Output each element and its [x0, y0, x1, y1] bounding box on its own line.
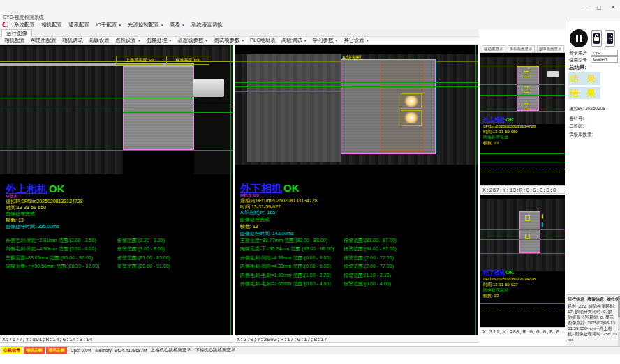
toolbar-button[interactable]: 图像处理▼: [147, 37, 172, 44]
lock-icon: [593, 33, 600, 44]
total-result-label: 总结果:: [569, 64, 586, 71]
toolbar-button[interactable]: 其它设置▼: [344, 37, 369, 44]
maximize-icon[interactable]: ▢: [595, 4, 603, 11]
model-field[interactable]: [591, 56, 618, 63]
toolbar-button[interactable]: 学习参数▼: [313, 37, 338, 44]
chevron-down-icon: ▼: [161, 24, 163, 27]
log-tab[interactable]: 运行信息: [568, 296, 584, 303]
green-baseline: [0, 98, 197, 98]
toolbar-button[interactable]: 相机调试▼: [62, 37, 83, 44]
green-baseline: [480, 153, 565, 154]
toolbar-button[interactable]: 高级调试▼: [281, 37, 307, 44]
process-time-text: 图像处理时间: 256.00ms: [6, 223, 59, 230]
close-icon[interactable]: ✕: [609, 4, 617, 11]
green-baseline: [480, 303, 565, 304]
log-text: 耗时: 222, 缺陷检测耗时: 17, 缺陷分类耗时: 0, 缺陷提取分区耗时…: [568, 303, 617, 342]
toolbar-button[interactable]: 基准线参数▼: [177, 37, 208, 44]
chevron-down-icon: ▼: [366, 39, 369, 43]
ai-box-label: AI识别框: [342, 54, 362, 61]
annotation-box: [524, 103, 529, 109]
barcode-label: 虚拟码:: [569, 106, 584, 111]
result-ok-text: OK: [283, 182, 300, 194]
menu-item[interactable]: 通讯配置▼: [68, 22, 89, 29]
middle-coordinate-bar: X:270;Y:2502;R:17;G:17;B:17: [235, 335, 478, 343]
chevron-down-icon: ▼: [169, 39, 172, 43]
cyan-edge-line: [436, 59, 436, 154]
green-baseline: [480, 84, 565, 85]
green-baseline: [480, 239, 565, 240]
thumb-tab[interactable]: 故障画面显示: [537, 45, 564, 52]
barcode-text: 0Ff1im20250208133134728: [483, 277, 536, 282]
measurement-text: 外侧毛刺-间距=4.38mm 范围:(0.00 - 9.00): [240, 255, 331, 261]
flame-highlight: [404, 96, 419, 107]
tab-run-image[interactable]: 运行图像: [1, 29, 32, 37]
memory-usage: Memory: 3424.4179687M: [95, 348, 147, 353]
minimize-icon[interactable]: —: [581, 4, 589, 11]
toolbar-button-label: 图像处理: [147, 37, 168, 44]
measurement-text: 内侧毛刺-间距=4.60mm 范围:(3.00 - 6.00): [6, 245, 96, 252]
logout-button[interactable]: →: [605, 30, 615, 47]
menu-item[interactable]: 系统语言切换▼: [191, 22, 223, 29]
menu-items: 系统配置▼ 相机配置▼ 通讯配置▼ IO手配置▼ 光源控制配置▼ 查看▼ 系统语…: [14, 22, 223, 29]
measurement-text: 外侧毛刺-毛刺=2.65mm 范围:(0.60 - 4.00): [240, 280, 331, 287]
toolbar-button[interactable]: 相机配置▼: [4, 37, 25, 44]
result-ok-text: OK: [505, 116, 514, 123]
thumb-panel-tabs: 辅助图显示所有画面显示故障画面显示: [480, 45, 565, 53]
menu-item[interactable]: 光源控制配置▼: [128, 22, 163, 29]
lower-camera-heartbeat: 下相机心跳检测正常: [195, 347, 236, 354]
green-baseline: [480, 162, 565, 162]
std-height-label: 标准高度:100: [166, 56, 209, 65]
qrcode-label: 二维码:: [569, 123, 584, 130]
annotation-box: [524, 71, 529, 77]
result-badge: 结 果: [568, 72, 600, 85]
measurement-text: 主极宽度=83.77mm 范围:(82.00 - 88.00): [240, 237, 327, 244]
annotation-text: ▌: [542, 222, 545, 227]
thumbnail-view-upper[interactable]: 外上相机OK 0Ff1im20250208133134728 时间:13-31-…: [480, 53, 565, 185]
measurement-row: 外侧毛刺-毛刺=2.65mm 范围:(0.60 - 4.00) 报警范围:(0.…: [240, 280, 471, 289]
alarm-range-text: 报警范围:(1.10 - 2.10): [344, 272, 391, 279]
left-camera-view[interactable]: 上极耳高度: 93 标准高度:100 外上相机OK M批次:1 虚拟码:0Ff1…: [0, 45, 233, 335]
toolbar-button-label: 测试项参数: [214, 37, 240, 44]
annotation-box: [524, 86, 529, 93]
chevron-down-icon: ▼: [118, 24, 121, 27]
measurement-row: 内侧毛刺-间距=4.38mm 范围:(0.00 - 9.00) 报警范围:(2.…: [240, 263, 471, 271]
green-baseline: [0, 150, 233, 151]
menu-item-label: 系统配置: [14, 22, 35, 29]
menu-item[interactable]: 系统配置▼: [14, 22, 35, 29]
login-user-field[interactable]: [591, 50, 618, 56]
yellow-dashed-line: [480, 172, 565, 172]
toolbar-button[interactable]: 测试项参数▼: [214, 37, 244, 44]
thumbnail-view-lower[interactable]: ▌ ▌ 外下相机OK 0Ff1im20250208133134728 时间:13…: [480, 195, 565, 327]
needle-label: 卷针号:: [569, 116, 584, 122]
toolbar-button[interactable]: 高级设置▼: [89, 37, 110, 44]
menu-item[interactable]: IO手配置▼: [96, 22, 121, 29]
toolbar: 相机配置▼ AI使用配置▼ 相机调试▼ 高级设置▼ 点检设置▼ 图像处理▼ 基准…: [0, 37, 479, 45]
camera-name-text: 外上相机: [483, 116, 505, 123]
yellow-dashed-line: [480, 312, 565, 312]
electrode-region: [519, 211, 540, 253]
middle-camera-view[interactable]: AI识别框 外下相机OK M批次:0/0 虚拟码:0Ff1im202502081…: [235, 45, 478, 335]
log-tab[interactable]: 报警信息: [587, 296, 604, 303]
measurement-row: 隔膜宽度-上=90.56mm 范围:(88.00 - 92.00) 报警范围:(…: [6, 263, 233, 271]
green-baseline: [123, 112, 233, 113]
measurement-text: 隔膜宽度-下=95.24mm 范围:(93.00 - 98.00): [240, 245, 334, 252]
lock-user-button[interactable]: [591, 30, 602, 47]
toolbar-button-label: PLC地址表: [250, 37, 276, 44]
menu-item[interactable]: 相机配置▼: [41, 22, 62, 29]
pause-icon: [576, 35, 578, 42]
green-baseline: [123, 103, 233, 103]
menu-item[interactable]: 查看▼: [170, 22, 184, 29]
defect-highlight-box: [401, 93, 422, 109]
thumb2-coordinate-bar: X:311;Y:980;R:0;G:0;B:0: [480, 327, 565, 335]
toolbar-button[interactable]: PLC地址表▼: [250, 37, 276, 44]
chevron-down-icon: ▼: [138, 39, 140, 43]
process-status-text: 图像处理完成: [240, 216, 270, 223]
pause-button[interactable]: [570, 29, 588, 47]
toolbar-button-label: 高级设置: [89, 37, 110, 44]
green-baseline: [235, 82, 478, 83]
toolbar-button[interactable]: AI使用配置▼: [31, 37, 57, 44]
thumb-tab[interactable]: 所有画面显示: [508, 45, 535, 52]
toolbar-button[interactable]: 点检设置▼: [115, 37, 140, 44]
thumb-tab[interactable]: 辅助图显示: [482, 45, 505, 52]
neg-count-label: 负极库数量:: [569, 132, 593, 138]
